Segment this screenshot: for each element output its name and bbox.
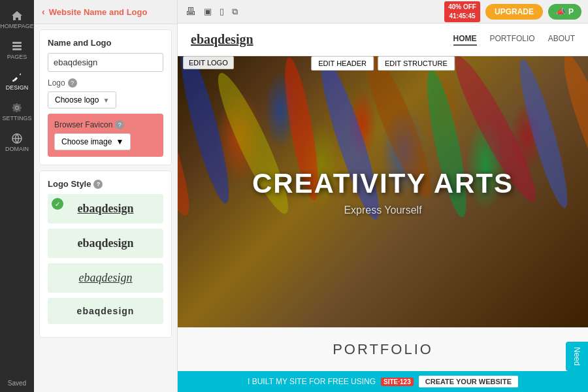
back-arrow-icon: ‹ [42, 7, 45, 17]
domain-icon [10, 133, 24, 144]
name-logo-title: Name and Logo [48, 38, 163, 48]
svg-rect-0 [12, 42, 22, 44]
portfolio-title: PORTFOLIO [191, 341, 575, 358]
settings-panel: ‹ Website Name and Logo Name and Logo Lo… [34, 0, 178, 392]
logo-style-option-1[interactable]: ✓ ebaqdesign [48, 194, 163, 223]
hero-section: CREATIVITY ARTS Express Yourself [178, 56, 588, 327]
hero-title: CREATIVITY ARTS [252, 168, 514, 199]
preview-nav-links: HOME PORTFOLIO ABOUT [453, 34, 575, 46]
need-help-button[interactable]: Need [566, 342, 588, 371]
tablet-icon[interactable]: ▯ [218, 5, 225, 18]
logo-style-text-4: ebaqdesign [56, 306, 155, 316]
device-icons: 🖶 ▣ ▯ ⧉ [184, 5, 239, 19]
edit-logo-area: EDIT LOGO [183, 56, 234, 69]
svg-point-3 [12, 80, 14, 82]
logo-style-text-2: ebaqdesign [56, 237, 155, 250]
bottom-bar: I BUILT MY SITE FOR FREE USING SITE·123 … [178, 371, 588, 392]
nav-link-portfolio[interactable]: PORTFOLIO [490, 34, 535, 46]
external-link-icon[interactable]: ⧉ [231, 5, 239, 18]
choose-image-button[interactable]: Choose image ▼ [54, 133, 131, 150]
favicon-section: Browser Favicon ? Choose image ▼ [48, 114, 163, 157]
favicon-label: Browser Favicon ? [54, 120, 157, 129]
sidebar-nav: HOMEPAGE PAGES DESIGN SETTINGS [0, 0, 34, 392]
name-input[interactable] [48, 53, 163, 72]
pages-icon [10, 41, 24, 52]
sidebar-item-settings[interactable]: SETTINGS [3, 97, 31, 127]
logo-style-option-3[interactable]: ebaqdesign [48, 263, 163, 293]
sidebar-item-domain[interactable]: DOMAIN [3, 128, 31, 157]
logo-style-text-1: ebaqdesign [56, 202, 155, 216]
top-bar: 🖶 ▣ ▯ ⧉ 40% OFF 41:45:45 UPGRADE 📣 P [178, 0, 588, 24]
dropdown-arrow-icon: ▼ [103, 97, 109, 104]
logo-help-icon[interactable]: ? [68, 78, 77, 88]
built-free-text: I BUILT MY SITE FOR FREE USING [248, 377, 376, 386]
sidebar-item-pages[interactable]: PAGES [3, 36, 31, 65]
panel-back-header[interactable]: ‹ Website Name and Logo [34, 0, 177, 24]
publish-button[interactable]: 📣 P [548, 4, 581, 20]
create-website-button[interactable]: CREATE YOUR WEBSITE [419, 376, 518, 387]
svg-rect-2 [12, 48, 22, 50]
hero-content: CREATIVITY ARTS Express Yourself [178, 56, 588, 327]
sidebar-item-label: DESIGN [6, 84, 29, 91]
saved-status: Saved [3, 374, 31, 392]
main-content: 🖶 ▣ ▯ ⧉ 40% OFF 41:45:45 UPGRADE 📣 P eba… [178, 0, 588, 392]
megaphone-icon: 📣 [556, 7, 566, 16]
desktop-icon[interactable]: 🖶 [184, 5, 197, 19]
hero-subtitle: Express Yourself [344, 204, 421, 216]
preview-nav: ebaqdesign HOME PORTFOLIO ABOUT [178, 24, 588, 56]
logo-style-help-icon[interactable]: ? [93, 180, 103, 189]
logo-field-label: Logo ? [48, 78, 163, 88]
sidebar-item-label: HOMEPAGE [0, 23, 33, 29]
nav-link-home[interactable]: HOME [453, 34, 477, 46]
discount-badge: 40% OFF 41:45:45 [444, 1, 480, 22]
logo-style-option-4[interactable]: ebaqdesign [48, 298, 163, 324]
website-preview: ebaqdesign HOME PORTFOLIO ABOUT EDIT LOG… [178, 24, 588, 392]
choose-logo-button[interactable]: Choose logo ▼ [48, 91, 116, 108]
svg-rect-1 [12, 45, 22, 47]
nav-link-about[interactable]: ABOUT [548, 34, 575, 46]
image-dropdown-arrow-icon: ▼ [116, 137, 123, 146]
top-bar-right: 40% OFF 41:45:45 UPGRADE 📣 P [444, 1, 581, 22]
logo-style-option-2[interactable]: ebaqdesign [48, 229, 163, 258]
sidebar-item-design[interactable]: DESIGN [3, 67, 31, 96]
upgrade-button[interactable]: UPGRADE [485, 4, 543, 20]
edit-buttons-bar: EDIT HEADER EDIT STRUCTURE [311, 56, 455, 71]
name-logo-section: Name and Logo Logo ? Choose logo ▼ Brows… [39, 29, 172, 165]
portfolio-section: PORTFOLIO [178, 327, 588, 371]
gear-icon [10, 103, 24, 113]
logo-style-section: Logo Style ? ✓ ebaqdesign ebaqdesign eba… [39, 171, 172, 338]
home-icon [10, 10, 24, 21]
edit-header-button[interactable]: EDIT HEADER [311, 56, 374, 71]
sidebar-item-label: SETTINGS [3, 115, 32, 122]
favicon-help-icon[interactable]: ? [115, 120, 124, 129]
sidebar-item-label: DOMAIN [5, 146, 29, 152]
preview-logo: ebaqdesign [191, 32, 253, 47]
logo-style-title: Logo Style ? [48, 179, 163, 189]
sidebar-item-homepage[interactable]: HOMEPAGE [3, 5, 31, 35]
edit-logo-button[interactable]: EDIT LOGO [183, 56, 234, 69]
laptop-icon[interactable]: ▣ [203, 5, 213, 18]
edit-structure-button[interactable]: EDIT STRUCTURE [378, 56, 455, 71]
site123-badge: SITE·123 [381, 378, 414, 386]
logo-style-text-3: ebaqdesign [56, 271, 155, 285]
panel-header-title: Website Name and Logo [49, 7, 148, 17]
design-icon [10, 72, 24, 82]
sidebar-item-label: PAGES [7, 54, 27, 60]
selected-check-icon: ✓ [52, 198, 63, 210]
